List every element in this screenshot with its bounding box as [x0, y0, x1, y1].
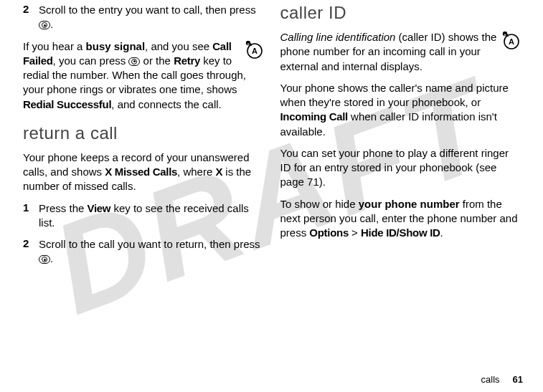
- left-column: 2 Scroll to the entry you want to call, …: [14, 3, 272, 392]
- step-text: Press the View key to see the received c…: [39, 201, 263, 231]
- text: .: [440, 226, 443, 239]
- text: To show or hide: [280, 198, 359, 210]
- svg-text:+: +: [504, 32, 506, 37]
- text: , and you see: [145, 40, 212, 52]
- caller-id-heading: caller ID: [280, 3, 521, 23]
- text: .: [50, 252, 53, 264]
- send-key-icon: [39, 21, 50, 29]
- options-label: Options: [309, 226, 349, 239]
- text: , where: [177, 166, 215, 178]
- feature-icon: A+: [501, 32, 520, 50]
- your-phone-number-bold: your phone number: [359, 198, 460, 210]
- text: Your phone shows the caller's name and p…: [280, 82, 509, 108]
- text: .: [50, 18, 53, 30]
- return-step-1: 1 Press the View key to see the received…: [23, 201, 263, 231]
- caller-id-p4: To show or hide your phone number from t…: [280, 197, 521, 241]
- svg-text:+: +: [247, 41, 250, 45]
- text: or the: [140, 54, 174, 67]
- step-text: Scroll to the call you want to return, t…: [39, 237, 263, 267]
- svg-text:A: A: [509, 37, 514, 46]
- return-intro-paragraph: Your phone keeps a record of your unansw…: [23, 150, 263, 194]
- text: , and connects the call.: [111, 98, 221, 110]
- busy-signal-bold: busy signal: [86, 40, 146, 52]
- text: If you hear a: [23, 40, 86, 52]
- return-step-2: 2 Scroll to the call you want to return,…: [23, 237, 263, 267]
- text: Scroll to the call you want to return, t…: [39, 238, 260, 250]
- step-number: 2: [23, 3, 39, 32]
- caller-id-p2: Your phone shows the caller's name and p…: [280, 81, 521, 139]
- caller-id-p3: You can set your phone to play a differe…: [280, 146, 521, 190]
- page-content: 2 Scroll to the entry you want to call, …: [0, 0, 543, 392]
- gt: >: [349, 226, 361, 239]
- feature-icon: A+: [245, 41, 263, 59]
- svg-text:A: A: [252, 47, 258, 55]
- send-key-icon: [128, 57, 140, 66]
- incoming-call-label: Incoming Call: [280, 110, 348, 123]
- text: , you can press: [53, 54, 129, 67]
- right-column: caller ID A+ Calling line identification…: [272, 3, 529, 392]
- text: Scroll to the entry you want to call, th…: [39, 4, 256, 16]
- cli-italic: Calling line identification: [280, 31, 396, 43]
- step-number: 2: [23, 237, 39, 267]
- hide-show-id-label: Hide ID/Show ID: [361, 226, 440, 239]
- send-key-icon: [39, 255, 50, 264]
- step-text: Scroll to the entry you want to call, th…: [39, 3, 263, 32]
- caller-id-intro: A+ Calling line identification (caller I…: [280, 30, 521, 74]
- step-number: 1: [23, 201, 39, 231]
- busy-signal-paragraph: A+ If you hear a busy signal, and you se…: [23, 39, 263, 112]
- view-label: View: [88, 202, 111, 214]
- text: Press the: [39, 202, 88, 214]
- redial-successful-label: Redial Successful: [23, 98, 111, 110]
- step-2-call: 2 Scroll to the entry you want to call, …: [23, 3, 263, 32]
- retry-label: Retry: [174, 54, 200, 67]
- x-missed-calls-label: X Missed Calls: [105, 166, 177, 178]
- return-a-call-heading: return a call: [23, 123, 263, 143]
- x-label: X: [215, 166, 222, 178]
